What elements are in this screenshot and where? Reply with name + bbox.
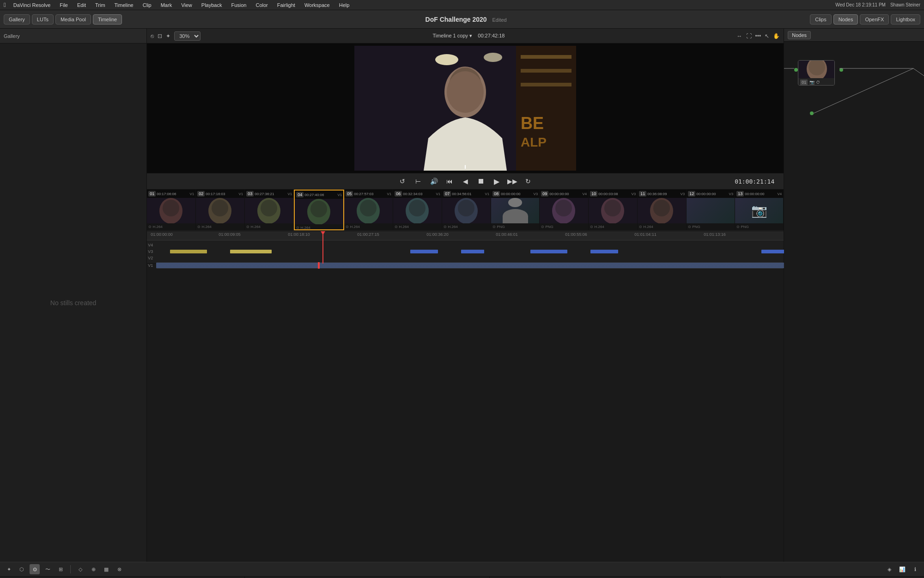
clip-item-02[interactable]: 02 00:17:16:03 V1 ⊙ H.264 [196,190,245,230]
clip-tc-09: 00:00:00:00 [549,192,569,196]
clip-item-11[interactable]: 11 00:36:08:09 V3 ⊙ H.264 [638,190,687,230]
clip-tc-12: 00:00:00:00 [696,192,716,196]
prev-frame-icon[interactable]: ◀ [460,176,470,186]
menu-file[interactable]: File [58,1,70,9]
menu-trim[interactable]: Trim [93,1,107,9]
clip-item-05[interactable]: 05 00:27:57:03 V1 ⊙ H.264 [344,190,393,230]
ruler-t3: 01:00:18:10 [288,232,310,237]
clip-footer-13: ⊙ PNG [735,223,783,230]
denoise-icon[interactable]: ⊞ [55,564,66,574]
clip-num-09: 09 [541,191,548,197]
step-back-icon[interactable]: ⊢ [413,176,423,186]
clip-item-13[interactable]: 13 00:00:00:00 V4 📷 ⊙ PNG [735,190,784,230]
menu-workspace[interactable]: Workspace [303,1,332,9]
next-frame-icon[interactable]: ▶▶ [507,176,517,186]
skip-to-start-icon[interactable]: ⏮ [444,176,455,186]
clip-item-06[interactable]: 06 00:32:34:03 V1 ⊙ H.264 [393,190,442,230]
color-tools-toolbar: ✦ ⬡ ⊙ 〜 ⊞ ◇ ⊕ ▦ ⊗ ◈ 📊 ℹ [0,562,924,577]
menu-color[interactable]: Color [254,1,269,9]
info-icon[interactable]: ℹ [910,564,920,574]
magic-wand-icon[interactable]: ✦ [4,564,14,574]
clip-tc-06: 00:32:34:03 [403,192,422,196]
viewer-controls: ⎋ ⊡ ✦ 30% Timeline 1 copy ▾ 00:27:42:18 … [147,29,784,43]
clip-format-01: ⊙ H.264 [148,225,163,229]
more-icon: ••• [755,33,761,39]
clip-item-08[interactable]: 08 00:00:00:00 V3 ⊙ PNG [491,190,540,230]
luts-button[interactable]: LUTs [32,14,54,25]
clips-button[interactable]: Clips [810,14,831,25]
menu-edit[interactable]: Edit [75,1,88,9]
menu-clip[interactable]: Clip [141,1,153,9]
motion-blur-icon[interactable]: ▦ [101,564,111,574]
menu-mark[interactable]: Mark [159,1,174,9]
clip-format-13: ⊙ PNG [736,225,749,229]
clip-footer-01: ⊙ H.264 [147,223,195,230]
speaker-icon[interactable]: 🔊 [429,176,439,186]
clip-header-01: 01 00:17:06:06 V1 [147,190,195,198]
svg-point-26 [360,200,377,216]
gallery-button[interactable]: Gallery [4,14,30,25]
clip-track-05: V1 [387,192,391,196]
clip-header-08: 08 00:00:00:00 V3 [491,190,539,198]
tracker-icon2[interactable]: ⊕ [88,564,98,574]
toolbar-right: Clips Nodes OpenFX Lightbox [810,14,920,25]
clip-item-07[interactable]: 07 00:34:56:01 V1 ⊙ H.264 [442,190,491,230]
menu-timeline[interactable]: Timeline [113,1,135,9]
curves-icon[interactable]: 〜 [43,564,53,574]
pan-icon: ✋ [773,33,780,39]
clip-item-09[interactable]: 09 00:00:00:00 V4 ⊙ PNG [540,190,589,230]
nodes-tab[interactable]: Nodes [788,31,811,39]
clip-thumb-02 [196,198,244,223]
viewer-icon2: ⊡ [158,33,162,39]
menu-help[interactable]: Help [337,1,352,9]
clip-track-06: V1 [436,192,440,196]
media-pool-button[interactable]: Media Pool [55,14,91,25]
menu-fusion[interactable]: Fusion [229,1,248,9]
clip-thumb-01 [147,198,195,223]
qualifier-icon[interactable]: ⬡ [17,564,27,574]
main-toolbar: Gallery LUTs Media Pool Timeline DoF Cha… [0,10,924,29]
clip-thumb-11 [638,198,686,223]
svg-point-17 [212,200,228,216]
zoom-select[interactable]: 30% [174,31,201,41]
clip-format-05: ⊙ H.264 [346,225,360,229]
nodes-button[interactable]: Nodes [833,14,858,25]
clip-item-10[interactable]: 10 00:00:03:08 V3 ⊙ H.264 [589,190,638,230]
loop-end-icon[interactable]: ↻ [523,176,533,186]
timeline-button[interactable]: Timeline [93,14,122,25]
stabilizer-icon[interactable]: ⊗ [114,564,124,574]
bypass-icon[interactable]: ◈ [884,564,894,574]
project-title-area: DoF Challenge 2020 Edited [124,16,808,23]
stop-icon[interactable]: ⏹ [476,176,486,186]
svg-point-29 [409,200,426,216]
clip-header-02: 02 00:17:16:03 V1 [196,190,244,198]
clip-num-04: 04 [296,192,304,197]
menu-playback[interactable]: Playback [200,1,224,9]
clip-tc-11: 00:36:08:09 [647,192,667,196]
clip-item-12[interactable]: 12 00:00:00:00 V3 ⊙ PNG [687,190,735,230]
clip-header-06: 06 00:32:34:03 V1 [393,190,442,198]
timeline-area: 01:00:00:00 01:00:09:05 01:00:18:10 01:0… [147,231,784,264]
wheels-icon[interactable]: ⊙ [30,564,40,574]
loop-icon[interactable]: ↺ [397,176,407,186]
track-v2: V2 [147,255,784,261]
clip-track-01: V1 [189,192,194,196]
clip-item-01[interactable]: 01 00:17:06:06 V1 ⊙ H.264 [147,190,196,230]
clip-item-04[interactable]: 04 00:27:40:06 V1 ⊙ H.264 [294,190,344,230]
menu-fairlight[interactable]: Fairlight [275,1,297,9]
menu-view[interactable]: View [179,1,194,9]
play-icon[interactable]: ▶ [492,176,502,186]
keyframe-icon[interactable]: ◇ [75,564,85,574]
lightbox-button[interactable]: Lightbox [891,14,920,25]
frame-indicator [465,165,466,169]
svg-line-49 [814,68,913,113]
track-v1-label: V1 [147,263,156,268]
openfx-button[interactable]: OpenFX [860,14,889,25]
app-name[interactable]: DaVinci Resolve [12,1,53,9]
bottom-section: ✦ ⬡ ⊙ 〜 ⊞ ◇ ⊕ ▦ ⊗ ◈ 📊 ℹ Color Wheels ● L… [0,562,924,578]
clip-track-03: V1 [287,192,292,196]
scope-toggle-icon[interactable]: 📊 [897,564,907,574]
track-v3-label: V3 [147,249,156,254]
clip-num-03: 03 [246,191,254,197]
clip-item-03[interactable]: 03 00:27:36:21 V1 ⊙ H.264 [245,190,294,230]
